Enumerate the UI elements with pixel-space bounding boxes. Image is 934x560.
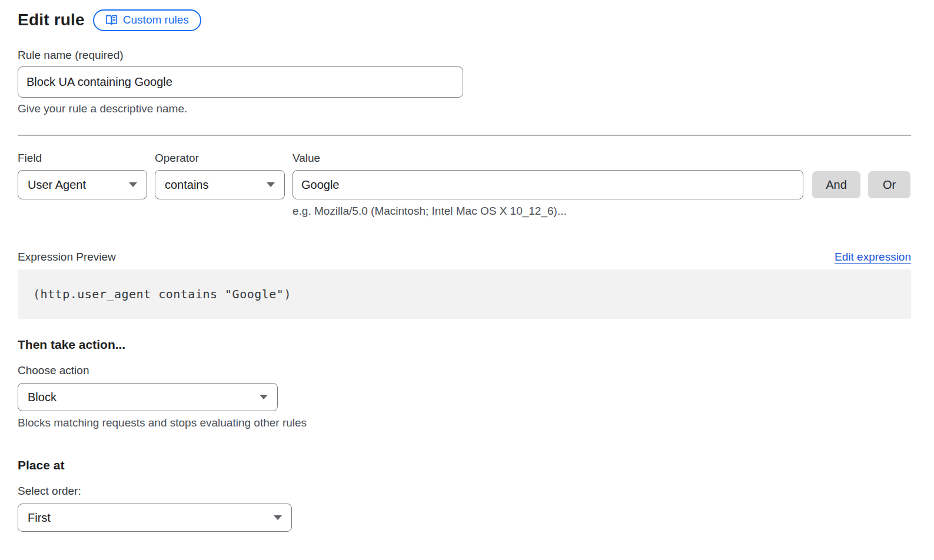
condition-row: User Agent contains And Or <box>18 170 911 199</box>
section-divider <box>18 135 911 136</box>
action-helper: Blocks matching requests and stops evalu… <box>18 416 911 429</box>
order-select-value: First <box>28 511 51 525</box>
field-select[interactable]: User Agent <box>18 170 147 199</box>
edit-expression-link[interactable]: Edit expression <box>835 251 911 264</box>
action-select[interactable]: Block <box>18 383 278 411</box>
action-select-value: Block <box>28 391 56 404</box>
edit-rule-page: Edit rule Custom rules Rule name (requir… <box>0 0 934 560</box>
dropdown-caret-icon <box>267 182 275 187</box>
and-button[interactable]: And <box>812 171 860 198</box>
edit-rule-form: Edit rule Custom rules Rule name (requir… <box>18 0 911 532</box>
operator-select[interactable]: contains <box>155 170 285 199</box>
value-label: Value <box>293 151 911 165</box>
rule-name-label: Rule name (required) <box>18 48 911 62</box>
operator-select-value: contains <box>165 178 209 192</box>
expression-header: Expression Preview Edit expression <box>18 250 911 264</box>
value-helper: e.g. Mozilla/5.0 (Macintosh; Intel Mac O… <box>293 204 911 218</box>
dropdown-caret-icon <box>274 515 282 520</box>
place-at-heading: Place at <box>18 458 911 473</box>
expression-code: (http.user_agent contains "Google") <box>33 287 291 301</box>
custom-rules-badge-label: Custom rules <box>123 14 189 26</box>
action-heading: Then take action... <box>18 337 911 352</box>
field-select-value: User Agent <box>28 178 86 192</box>
dropdown-caret-icon <box>260 395 268 399</box>
choose-action-label: Choose action <box>18 364 911 377</box>
expression-preview-box: (http.user_agent contains "Google") <box>18 269 911 319</box>
select-order-label: Select order: <box>18 484 911 498</box>
or-button[interactable]: Or <box>868 171 910 198</box>
rule-name-input[interactable] <box>18 66 463 98</box>
field-label: Field <box>18 151 155 165</box>
header: Edit rule Custom rules <box>18 8 911 32</box>
condition-labels: Field Operator Value <box>18 151 911 165</box>
operator-label: Operator <box>155 151 293 165</box>
expression-preview-label: Expression Preview <box>18 250 116 264</box>
dropdown-caret-icon <box>129 182 137 187</box>
page-title: Edit rule <box>18 11 85 29</box>
value-input[interactable] <box>293 170 803 199</box>
open-book-icon <box>105 14 118 26</box>
custom-rules-badge[interactable]: Custom rules <box>93 9 201 31</box>
rule-name-helper: Give your rule a descriptive name. <box>18 102 911 115</box>
order-select[interactable]: First <box>18 504 292 532</box>
